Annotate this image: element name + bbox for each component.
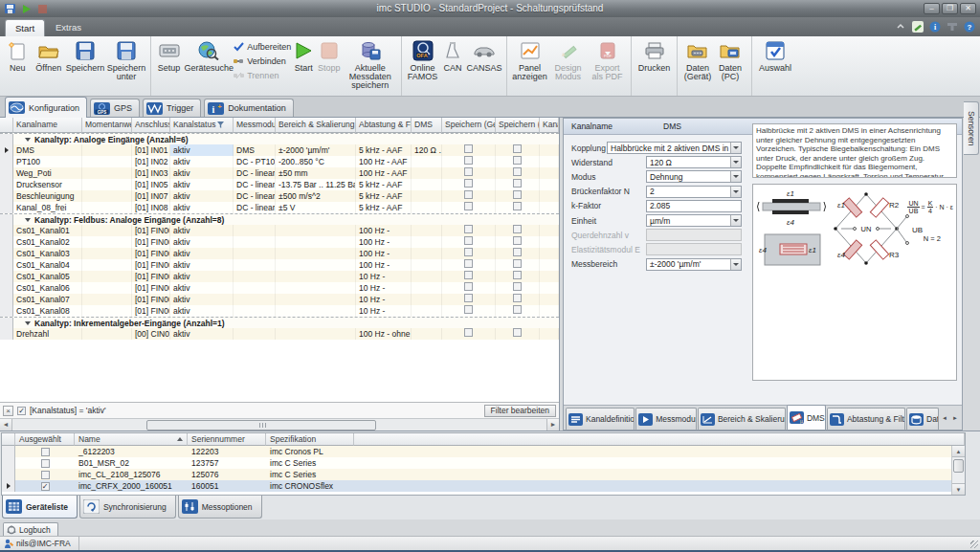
row-selector[interactable]: [0, 202, 13, 213]
speichern-pc-checkbox[interactable]: [513, 202, 522, 210]
tabs-scroll-right-icon[interactable]: ►: [950, 413, 960, 424]
cell-abtastung[interactable]: 10 Hz -: [356, 271, 412, 282]
cell-kanalstatus[interactable]: aktiv: [170, 294, 234, 305]
cell-momentanwert[interactable]: [82, 305, 132, 317]
cell-abtastung[interactable]: 100 Hz -: [356, 225, 412, 236]
panel-tab-messmodus[interactable]: Messmodus: [635, 408, 697, 430]
online-famos-button[interactable]: OFA Online FAMOS: [405, 37, 440, 82]
cell-kanalname[interactable]: Cs01_Kanal08: [13, 305, 82, 317]
row-selector[interactable]: [0, 259, 13, 271]
header-bereich-skalierung[interactable]: Bereich & Skalierung: [276, 118, 356, 133]
cell-momentanwert[interactable]: [82, 144, 132, 156]
cell-anschluss[interactable]: [00] CIN01: [132, 328, 170, 340]
channel-group-row[interactable]: Kanaltyp: Feldbus: Analoge Eingänge (Anz…: [0, 213, 559, 225]
table-row[interactable]: Drucksensor[01] IN05aktivDC - linear-13.…: [0, 179, 559, 190]
cell-kanalstatus[interactable]: aktiv: [170, 167, 234, 179]
cell-anschluss[interactable]: [01] FIN006: [132, 282, 170, 294]
cell-seriennummer[interactable]: 125076: [188, 469, 266, 480]
cell-anschluss[interactable]: [01] IN07: [132, 190, 170, 202]
cell-bereich[interactable]: -13.75 Bar .. 11.25 Bar: [276, 179, 356, 190]
cell-speichern-pc[interactable]: [496, 202, 540, 213]
cell-speichern-geraet[interactable]: [442, 328, 496, 340]
cell-messmodus[interactable]: DC - linear: [234, 190, 276, 202]
row-selector[interactable]: [0, 225, 13, 236]
cell-momentanwert[interactable]: [82, 202, 132, 213]
header-dms[interactable]: DMS: [412, 118, 442, 133]
cell-messmodus[interactable]: [234, 236, 276, 248]
cell-kanalname[interactable]: Cs01_Kanal03: [13, 248, 82, 259]
cell-kanalname[interactable]: Cs01_Kanal06: [13, 282, 82, 294]
cell-messmodus[interactable]: [234, 225, 276, 236]
header-kanalstatus[interactable]: Kanalstatus: [170, 118, 234, 133]
row-selector[interactable]: [0, 156, 13, 167]
cell-dms[interactable]: [412, 225, 442, 236]
cell-dms[interactable]: 120 Ω …: [412, 144, 442, 156]
device-row[interactable]: _6122203122203imc Cronos PL: [2, 446, 965, 457]
speichern-pc-checkbox[interactable]: [513, 271, 522, 279]
scroll-left-arrow[interactable]: ◄: [0, 419, 12, 431]
cell-kanalname[interactable]: Kanal_08_frei: [13, 202, 82, 213]
cell-dms[interactable]: [412, 202, 442, 213]
cell-anschluss[interactable]: [01] IN08: [132, 202, 170, 213]
table-row[interactable]: Beschleunigung[01] IN07aktivDC - linear±…: [0, 190, 559, 202]
table-row[interactable]: Cs01_Kanal05[01] FIN005aktiv10 Hz -: [0, 271, 559, 282]
speichern-pc-checkbox[interactable]: [513, 144, 522, 153]
tab-trigger[interactable]: Trigger: [143, 99, 201, 117]
table-row[interactable]: Cs01_Kanal03[01] FIN003aktiv100 Hz -: [0, 248, 559, 259]
table-row[interactable]: Kanal_08_frei[01] IN08aktivDC - linear±5…: [0, 202, 559, 213]
table-row[interactable]: Cs01_Kanal06[01] FIN006aktiv10 Hz -: [0, 282, 559, 294]
device-vertical-scrollbar[interactable]: ▲ ▼: [951, 446, 965, 495]
speichern-geraet-checkbox[interactable]: [464, 271, 473, 279]
cell-bereich[interactable]: ±5 V: [276, 202, 356, 213]
row-selector[interactable]: [0, 305, 13, 317]
cell-bereich[interactable]: [276, 282, 356, 294]
print-button[interactable]: Drucken: [635, 37, 674, 74]
channel-group-row[interactable]: Kanaltyp: Analoge Eingänge (Anzahl=6): [0, 133, 559, 144]
view-options-icon[interactable]: [947, 21, 958, 33]
table-row[interactable]: Cs01_Kanal08[01] FIN008aktiv10 Hz -: [0, 305, 559, 317]
cell-momentanwert[interactable]: [82, 294, 132, 305]
cell-kanalstatus[interactable]: aktiv: [170, 282, 234, 294]
cell-bereich[interactable]: ±-2000 'µm/m': [276, 144, 356, 156]
data-pc-button[interactable]: Daten (PC): [715, 37, 746, 82]
cell-speichern-pc[interactable]: [496, 271, 540, 282]
cell-abtastung[interactable]: 5 kHz - AAF: [356, 190, 412, 202]
header-kana-cut[interactable]: Kana: [540, 118, 559, 133]
minimize-button[interactable]: –: [924, 3, 940, 14]
panel-tab-bereich-skalierung[interactable]: Bereich & Skalierung: [698, 408, 786, 430]
cell-speichern-geraet[interactable]: [442, 144, 496, 156]
save-button[interactable]: Speichern: [65, 37, 105, 74]
cell-dms[interactable]: [412, 271, 442, 282]
cell-momentanwert[interactable]: [82, 259, 132, 271]
cell-momentanwert[interactable]: [82, 248, 132, 259]
panel-tab-kanaldefinition[interactable]: Kanaldefinition: [566, 408, 635, 430]
speichern-geraet-checkbox[interactable]: [464, 248, 473, 256]
header-speichern-pc[interactable]: Speichern (PC): [496, 118, 540, 133]
cell-bereich[interactable]: [276, 328, 356, 340]
cell-abtastung[interactable]: 5 kHz - AAF: [356, 202, 412, 213]
speichern-geraet-checkbox[interactable]: [464, 305, 473, 314]
cell-dms[interactable]: [412, 259, 442, 271]
tab-geraeteliste[interactable]: Geräteliste: [2, 496, 78, 519]
row-selector[interactable]: [0, 190, 13, 202]
cell-abtastung[interactable]: 100 Hz -: [356, 236, 412, 248]
collapse-icon[interactable]: [25, 138, 31, 142]
speichern-geraet-checkbox[interactable]: [464, 167, 473, 176]
cell-kanalname[interactable]: Weg_Poti: [13, 167, 82, 179]
save-as-button[interactable]: Speichern unter: [105, 37, 147, 82]
tabs-scroll-left-icon[interactable]: ◄: [940, 413, 949, 424]
device-row-selector[interactable]: [2, 480, 15, 492]
tab-synchronisierung[interactable]: Synchronisierung: [79, 496, 176, 519]
table-row[interactable]: PT100[01] IN02aktivDC - PT100-200..850 °…: [0, 156, 559, 167]
cell-kanalstatus[interactable]: aktiv: [170, 305, 234, 317]
cell-speichern-geraet[interactable]: [442, 259, 496, 271]
connect-button[interactable]: Verbinden: [234, 55, 291, 67]
cell-abtastung[interactable]: 5 kHz - AAF: [356, 179, 412, 190]
cell-abtastung[interactable]: 5 kHz - AAF: [356, 144, 412, 156]
cell-bereich[interactable]: [276, 271, 356, 282]
row-selector[interactable]: [0, 282, 13, 294]
cell-dms[interactable]: [412, 328, 442, 340]
cansas-button[interactable]: CANSAS: [465, 37, 503, 74]
cell-abtastung[interactable]: 100 Hz - AAF: [356, 156, 412, 167]
filter-edit-button[interactable]: Filter bearbeiten: [484, 405, 556, 417]
